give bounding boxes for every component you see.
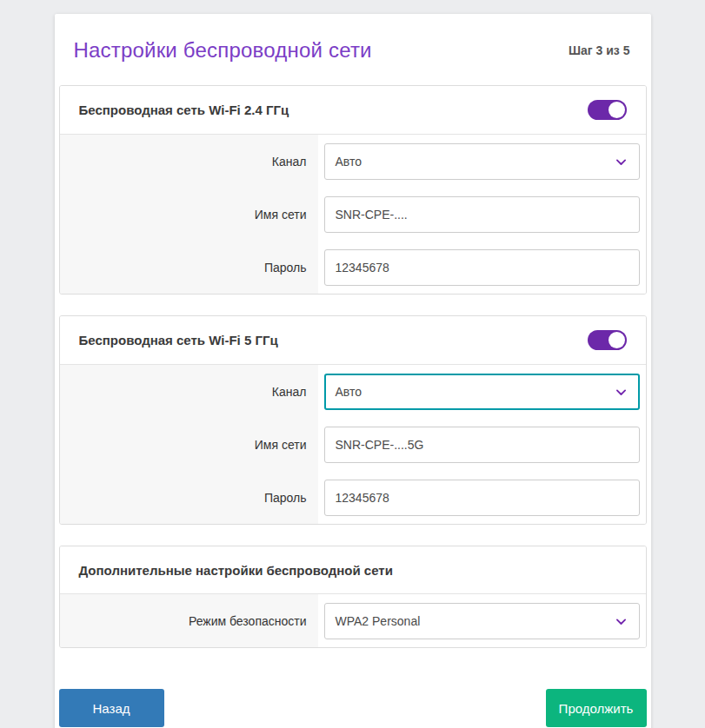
- advanced-wireless-title: Дополнительные настройки беспроводной се…: [79, 563, 393, 578]
- section-rows: Режим безопасности WPA2 Personal: [60, 594, 646, 647]
- security-mode-label: Режим безопасности: [60, 594, 318, 647]
- security-mode-select[interactable]: WPA2 Personal: [324, 603, 640, 639]
- channel-5-label: Канал: [60, 365, 318, 418]
- wifi-24ghz-toggle[interactable]: [588, 100, 627, 120]
- form-row: Имя сети: [60, 418, 646, 471]
- channel-24-label: Канал: [60, 135, 318, 188]
- section-wifi-24ghz: Беспроводная сеть Wi-Fi 2.4 ГГц Канал Ав…: [59, 85, 647, 295]
- form-row: Канал Авто: [60, 365, 646, 418]
- ssid-5-input[interactable]: [324, 427, 640, 463]
- sections-container: Беспроводная сеть Wi-Fi 2.4 ГГц Канал Ав…: [55, 85, 651, 648]
- section-rows: Канал Авто Имя сети Пароль: [60, 365, 646, 524]
- footer: Назад Продолжить: [55, 669, 651, 727]
- section-header: Беспроводная сеть Wi-Fi 5 ГГц: [60, 316, 646, 365]
- password-24-input[interactable]: [324, 249, 640, 286]
- channel-24-selected-value: Авто: [336, 155, 362, 169]
- field-input-cell: Авто: [318, 135, 646, 188]
- page-title: Настройки беспроводной сети: [74, 38, 372, 63]
- section-header: Беспроводная сеть Wi-Fi 2.4 ГГц: [60, 86, 646, 135]
- ssid-24-label: Имя сети: [60, 188, 318, 241]
- channel-24-select[interactable]: Авто: [324, 143, 640, 180]
- field-input-cell: [318, 188, 646, 241]
- field-input-cell: [318, 418, 646, 471]
- toggle-knob: [609, 332, 625, 348]
- password-24-label: Пароль: [60, 241, 318, 294]
- wizard-card: Настройки беспроводной сети Шаг 3 из 5 Б…: [55, 14, 651, 728]
- channel-5-select[interactable]: Авто: [324, 374, 640, 410]
- password-5-input[interactable]: [324, 480, 640, 516]
- section-header: Дополнительные настройки беспроводной се…: [60, 546, 646, 594]
- field-input-cell: [318, 241, 646, 294]
- back-button[interactable]: Назад: [59, 689, 164, 727]
- form-row: Режим безопасности WPA2 Personal: [60, 594, 646, 647]
- section-wifi-5ghz: Беспроводная сеть Wi-Fi 5 ГГц Канал Авто…: [59, 315, 647, 525]
- form-row: Имя сети: [60, 188, 646, 241]
- wifi-5ghz-toggle[interactable]: [588, 330, 627, 350]
- form-row: Пароль: [60, 471, 646, 524]
- password-5-label: Пароль: [60, 471, 318, 524]
- step-indicator: Шаг 3 из 5: [569, 43, 630, 57]
- continue-button[interactable]: Продолжить: [546, 689, 647, 727]
- form-row: Пароль: [60, 241, 646, 294]
- wifi-24ghz-title: Беспроводная сеть Wi-Fi 2.4 ГГц: [79, 103, 289, 117]
- field-input-cell: [318, 471, 646, 524]
- ssid-5-label: Имя сети: [60, 418, 318, 471]
- chevron-down-icon: [614, 385, 629, 400]
- section-advanced-wireless: Дополнительные настройки беспроводной се…: [59, 546, 647, 648]
- section-rows: Канал Авто Имя сети Пароль: [60, 135, 646, 294]
- chevron-down-icon: [614, 614, 629, 629]
- form-row: Канал Авто: [60, 135, 646, 188]
- channel-5-selected-value: Авто: [336, 385, 362, 399]
- card-header: Настройки беспроводной сети Шаг 3 из 5: [55, 14, 651, 85]
- toggle-knob: [609, 102, 625, 118]
- security-mode-selected-value: WPA2 Personal: [336, 614, 421, 628]
- ssid-24-input[interactable]: [324, 196, 640, 233]
- chevron-down-icon: [614, 155, 629, 169]
- wifi-5ghz-title: Беспроводная сеть Wi-Fi 5 ГГц: [79, 333, 278, 347]
- field-input-cell: WPA2 Personal: [318, 594, 646, 647]
- field-input-cell: Авто: [318, 365, 646, 418]
